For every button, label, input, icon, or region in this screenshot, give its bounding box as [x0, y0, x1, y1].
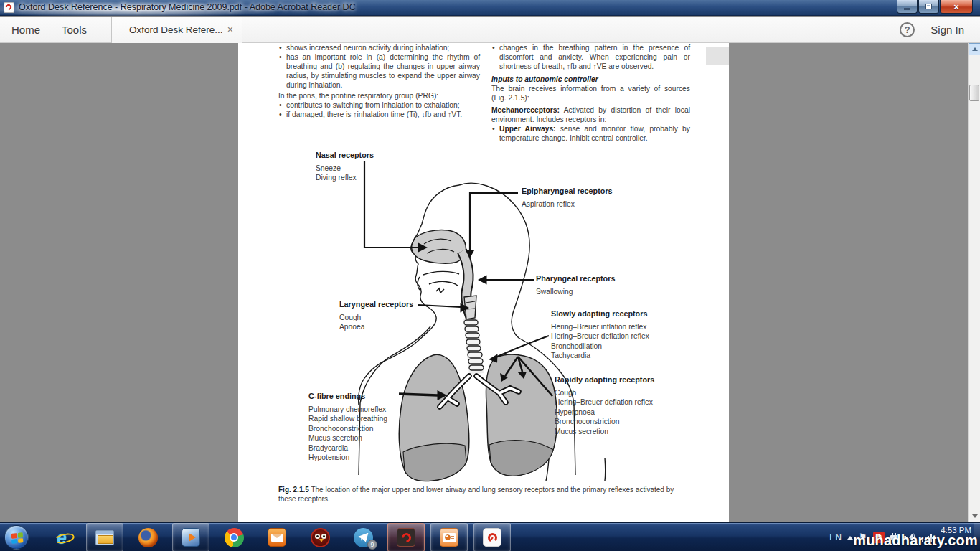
- tab-close-icon[interactable]: ×: [227, 24, 233, 35]
- body-text: The brain receives information from a va…: [491, 84, 690, 103]
- telegram-badge: 9: [367, 540, 377, 550]
- label-line: Cough: [555, 388, 654, 398]
- windows-flag-icon: [11, 532, 24, 544]
- label-line: Hypotension: [308, 453, 387, 463]
- close-icon: ×: [953, 1, 959, 13]
- window-title: Oxford Desk Reference - Respiratory Medi…: [19, 2, 356, 12]
- media-player-icon: [182, 528, 200, 547]
- taskbar: e 9 EN ⚑ ☂ 4:53 PM muhadharaty.com: [0, 522, 980, 551]
- body-text: Mechanoreceptors: Activated by distortio…: [491, 105, 690, 124]
- acrobat-app-icon: [4, 2, 14, 13]
- label-line: Mucus secretion: [308, 433, 387, 443]
- label-line: Cough: [339, 313, 413, 323]
- document-tab[interactable]: Oxford Desk Refere... ×: [111, 17, 242, 43]
- help-icon[interactable]: ?: [900, 22, 915, 37]
- arrow-up-icon: [972, 47, 978, 51]
- label-line: Bronchoconstriction: [308, 424, 387, 434]
- taskbar-telegram[interactable]: 9: [344, 523, 382, 551]
- label-line: Sneeze: [316, 164, 374, 174]
- arrow-down-icon: [972, 514, 978, 518]
- label-line: Bradycardia: [308, 443, 387, 453]
- powerpoint-icon: [440, 528, 458, 547]
- language-indicator[interactable]: EN: [829, 532, 842, 542]
- label-line: Hering–Breuer deflation reflex: [551, 331, 649, 342]
- label-line: Rapid shallow breathing: [308, 414, 387, 424]
- close-button[interactable]: ×: [940, 0, 973, 14]
- taskbar-powerpoint[interactable]: [430, 523, 468, 551]
- figure-caption-text: The location of the major upper and lowe…: [278, 486, 674, 503]
- figure-caption-label: Fig. 2.1.5: [278, 486, 309, 494]
- taskbar-speed-app[interactable]: [473, 523, 511, 551]
- taskbar-firefox[interactable]: [129, 523, 166, 551]
- body-text: shows increased neuron activity during i…: [278, 43, 480, 52]
- home-tab[interactable]: Home: [11, 17, 40, 43]
- vertical-scrollbar[interactable]: [968, 43, 980, 522]
- label-slowly-adapting-receptors: Slowly adapting receptors Hering–Breuer …: [551, 309, 649, 361]
- screen: Oxford Desk Reference - Respiratory Medi…: [0, 0, 980, 551]
- label-line: Hering–Breuer inflation reflex: [551, 322, 649, 332]
- taskbar-acrobat-reader[interactable]: [387, 523, 425, 551]
- label-line: Swallowing: [536, 287, 615, 297]
- taskbar-email[interactable]: [258, 523, 296, 551]
- label-pharyngeal-receptors: Pharyngeal receptors Swallowing: [536, 274, 615, 296]
- label-line: Pulmonary chemoreflex: [308, 405, 387, 415]
- body-text: In the pons, the pontine respiratory gro…: [278, 91, 480, 100]
- body-text: Upper Airways: sense and monitor flow, p…: [491, 124, 690, 143]
- tools-tab[interactable]: Tools: [62, 17, 87, 43]
- watermark: muhadharaty.com: [853, 532, 978, 549]
- menubar: Home Tools Oxford Desk Refere... × ? Sig…: [0, 17, 980, 43]
- document-viewer: shows increased neuron activity during i…: [0, 43, 980, 522]
- taskbar-internet-explorer[interactable]: e: [43, 523, 80, 551]
- left-text-column: shows increased neuron activity during i…: [278, 43, 480, 119]
- taskbar-bird-app[interactable]: [301, 523, 339, 551]
- label-line: Apnoea: [339, 322, 413, 332]
- label-line: Tachycardia: [551, 351, 649, 361]
- label-title: Nasal receptors: [316, 151, 374, 161]
- label-line: Bronchoconstriction: [555, 417, 654, 427]
- firefox-icon: [138, 528, 158, 547]
- page-corner-box: [706, 47, 729, 65]
- window-titlebar: Oxford Desk Reference - Respiratory Medi…: [0, 0, 980, 16]
- pdf-page: shows increased neuron activity during i…: [238, 43, 729, 522]
- taskbar-windows-explorer[interactable]: [86, 523, 123, 551]
- label-epipharyngeal-receptors: Epipharyngeal receptors Aspiration refle…: [522, 187, 613, 209]
- body-text: changes in the breathing pattern in the …: [491, 43, 690, 71]
- label-c-fibre-endings: C-fibre endings Pulmonary chemoreflex Ra…: [308, 392, 387, 463]
- right-text-column: changes in the breathing pattern in the …: [491, 43, 690, 143]
- label-line: Aspiration reflex: [522, 199, 613, 209]
- restore-button[interactable]: [918, 0, 939, 14]
- speed-gauge-icon: [483, 528, 501, 547]
- taskbar-chrome[interactable]: [215, 523, 253, 551]
- label-line: Mucus secretion: [555, 427, 654, 437]
- scroll-down-button[interactable]: [969, 510, 980, 522]
- bird-app-icon: [311, 528, 330, 547]
- upper-airways-label: Upper Airways:: [499, 125, 556, 133]
- windows-explorer-icon: [95, 530, 114, 545]
- label-rapidly-adapting-receptors: Rapidly adapting receptors Cough Hering–…: [555, 375, 654, 436]
- acrobat-reader-icon: [397, 528, 415, 547]
- label-line: Diving reflex: [316, 173, 374, 183]
- scroll-up-button[interactable]: [969, 43, 980, 55]
- chrome-icon: [225, 528, 244, 547]
- minimize-button[interactable]: [897, 0, 918, 14]
- label-title: Pharyngeal receptors: [536, 274, 615, 284]
- sign-in-button[interactable]: Sign In: [930, 24, 964, 36]
- label-line: Hyperpnoea: [555, 408, 654, 418]
- label-title: Epipharyngeal receptors: [522, 187, 613, 197]
- section-subheading: Inputs to autonomic controller: [491, 75, 690, 84]
- taskbar-windows-media-player[interactable]: [172, 523, 209, 551]
- body-text: has an important role in (a) determining…: [278, 52, 480, 90]
- label-title: C-fibre endings: [308, 392, 387, 402]
- figure-caption: Fig. 2.1.5 The location of the major upp…: [278, 486, 691, 504]
- body-text: if damaged, there is ↑inhalation time (T…: [278, 110, 480, 119]
- start-button[interactable]: [4, 525, 29, 550]
- label-title: Rapidly adapting receptors: [555, 375, 654, 385]
- show-hidden-icons-button[interactable]: [847, 536, 853, 540]
- label-title: Slowly adapting receptors: [551, 309, 649, 319]
- label-title: Laryngeal receptors: [339, 300, 413, 310]
- body-text: contributes to switching from inhalation…: [278, 100, 480, 110]
- document-tab-label: Oxford Desk Refere...: [129, 17, 223, 43]
- scrollbar-thumb[interactable]: [969, 85, 979, 101]
- mechanoreceptors-label: Mechanoreceptors:: [491, 106, 560, 114]
- label-laryngeal-receptors: Laryngeal receptors Cough Apnoea: [339, 300, 413, 332]
